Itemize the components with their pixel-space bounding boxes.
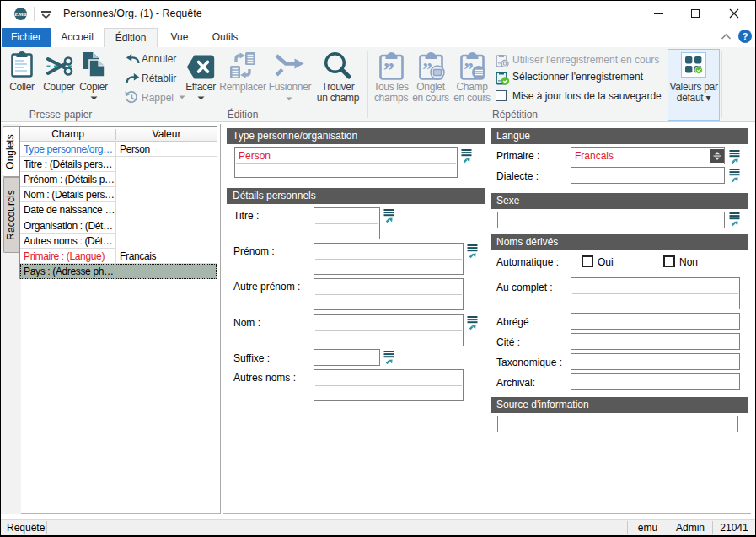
svg-text:„: „ — [498, 74, 502, 83]
svg-text:„: „ — [498, 57, 501, 65]
svg-text:„: „ — [464, 52, 475, 70]
svg-text:„: „ — [383, 52, 394, 72]
svg-text:„: „ — [423, 52, 433, 70]
